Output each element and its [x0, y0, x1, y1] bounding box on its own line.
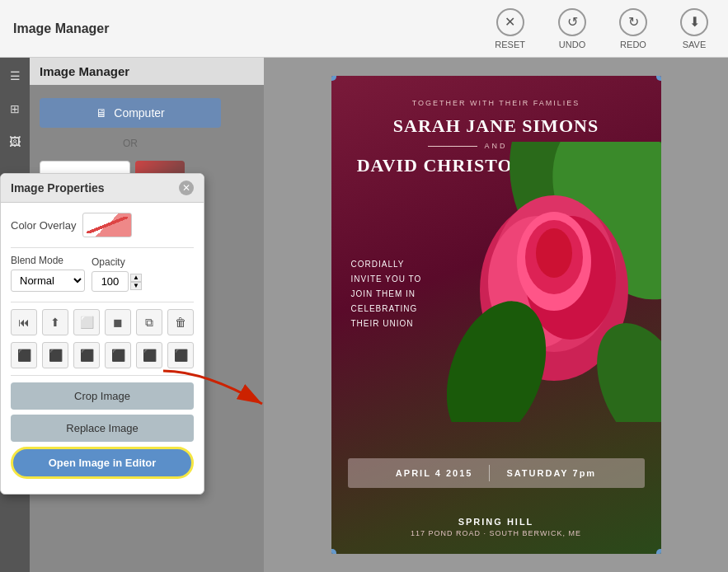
- panel-body: Color Overlay Blend Mode Normal: [1, 203, 204, 494]
- reset-icon: ✕: [496, 8, 524, 36]
- skip-to-start-button[interactable]: ⏮: [11, 309, 37, 335]
- card-date-bar: APRIL 4 2015 SATURDAY 7pm: [348, 458, 645, 488]
- align-left-button[interactable]: ⬛: [11, 342, 37, 368]
- save-button[interactable]: ⬇ SAVE: [674, 5, 715, 53]
- card-name1: SARAH JANE SIMONS: [393, 115, 599, 137]
- monitor-icon: 🖥: [96, 106, 107, 120]
- sidebar: ☰ ⊞ 🖼 Image Manager 🖥 Computer OR f Imag…: [0, 58, 264, 572]
- color-overlay-label: Color Overlay: [11, 219, 76, 232]
- opacity-label: Opacity: [92, 256, 142, 268]
- color-overlay-swatch[interactable]: [82, 213, 132, 237]
- wedding-card: TOGETHER WITH THEIR FAMILIES SARAH JANE …: [331, 76, 661, 554]
- align-right-icon: ⬛: [80, 349, 94, 362]
- corner-handle-bl[interactable]: [331, 549, 336, 554]
- opacity-spinner: ▲ ▼: [130, 274, 142, 290]
- align-center-v-button[interactable]: ⬛: [136, 342, 162, 368]
- duplicate-button[interactable]: ⧉: [136, 309, 162, 335]
- panel-header: Image Properties ✕: [1, 174, 204, 203]
- card-date: APRIL 4 2015: [396, 468, 473, 478]
- panel-title: Image Properties: [11, 181, 105, 195]
- reset-button[interactable]: ✕ RESET: [488, 5, 532, 53]
- blend-mode-select[interactable]: Normal: [11, 270, 85, 292]
- align-center-v-icon: ⬛: [143, 349, 157, 362]
- sidebar-title: Image Manager: [30, 58, 264, 85]
- blend-mode-group: Blend Mode Normal: [11, 255, 85, 292]
- align-top2-button[interactable]: ⬛: [105, 342, 131, 368]
- trash-icon: 🗑: [175, 316, 186, 329]
- panels-icon[interactable]: ⊞: [3, 97, 26, 120]
- opacity-up-button[interactable]: ▲: [130, 274, 142, 282]
- top-toolbar: Image Manager ✕ RESET ↺ UNDO ↻ REDO ⬇ SA…: [0, 0, 728, 58]
- main-content: ☰ ⊞ 🖼 Image Manager 🖥 Computer OR f Imag…: [0, 58, 728, 572]
- svg-point-9: [536, 228, 572, 278]
- divider2: [11, 302, 194, 302]
- corner-handle-br[interactable]: [656, 549, 661, 554]
- layers-icon: ◼: [113, 316, 123, 329]
- align-bottom-button[interactable]: ⬛: [167, 342, 194, 368]
- align-center-h-icon: ⬛: [49, 349, 63, 362]
- align-top2-icon: ⬛: [111, 349, 125, 362]
- panel-close-button[interactable]: ✕: [179, 181, 194, 195]
- opacity-input[interactable]: [92, 271, 129, 292]
- redo-icon: ↻: [619, 8, 647, 36]
- date-divider: [489, 465, 490, 481]
- crop-button[interactable]: ⬜: [73, 309, 100, 335]
- align-top-icon: ⬆: [50, 316, 60, 329]
- align-top-button[interactable]: ⬆: [42, 309, 68, 335]
- or-divider: OR: [40, 138, 221, 149]
- swatch-line: [87, 217, 128, 233]
- image-icon[interactable]: 🖼: [3, 130, 26, 153]
- card-day: SATURDAY 7pm: [506, 468, 596, 478]
- card-venue: SPRING HILL: [331, 517, 661, 527]
- delete-button[interactable]: 🗑: [167, 309, 194, 335]
- card-address: 117 POND ROAD · SOUTH BERWICK, ME: [331, 529, 661, 537]
- card-body-text: CORDIALLY INVITE YOU TO JOIN THEM IN CEL…: [351, 257, 467, 331]
- card-footer: SPRING HILL 117 POND ROAD · SOUTH BERWIC…: [331, 517, 661, 537]
- color-overlay-row: Color Overlay: [11, 213, 194, 237]
- corner-handle-tl[interactable]: [331, 76, 336, 81]
- layers-button[interactable]: ◼: [105, 309, 131, 335]
- crop-image-button[interactable]: Crop Image: [11, 382, 194, 410]
- align-left-icon: ⬛: [17, 349, 31, 362]
- upload-computer-button[interactable]: 🖥 Computer: [40, 98, 221, 128]
- align-bottom-icon: ⬛: [174, 349, 188, 362]
- skip-start-icon: ⏮: [18, 316, 30, 329]
- align-center-h-button[interactable]: ⬛: [42, 342, 68, 368]
- crop-icon: ⬜: [80, 316, 94, 329]
- save-icon: ⬇: [680, 8, 708, 36]
- image-properties-panel: Image Properties ✕ Color Overlay Blend M…: [0, 173, 204, 495]
- align-right-button[interactable]: ⬛: [73, 342, 100, 368]
- opacity-down-button[interactable]: ▼: [130, 282, 142, 290]
- undo-button[interactable]: ↺ UNDO: [552, 5, 593, 53]
- canvas-area: TOGETHER WITH THEIR FAMILIES SARAH JANE …: [264, 58, 728, 572]
- hamburger-icon[interactable]: ☰: [3, 64, 26, 87]
- card-top-text: TOGETHER WITH THEIR FAMILIES: [412, 99, 580, 107]
- replace-image-button[interactable]: Replace Image: [11, 415, 194, 442]
- blend-mode-label: Blend Mode: [11, 255, 85, 266]
- redo-button[interactable]: ↻ REDO: [613, 5, 654, 53]
- duplicate-icon: ⧉: [145, 316, 153, 330]
- corner-handle-tr[interactable]: [656, 76, 661, 81]
- icon-row-1: ⏮ ⬆ ⬜ ◼ ⧉ 🗑: [11, 309, 194, 335]
- divider3: [11, 375, 194, 376]
- divider1: [11, 247, 194, 248]
- undo-icon: ↺: [558, 8, 586, 36]
- open-in-editor-button[interactable]: Open Image in Editor: [11, 447, 194, 479]
- toolbar-actions: ✕ RESET ↺ UNDO ↻ REDO ⬇ SAVE: [488, 5, 715, 53]
- icon-row-2: ⬛ ⬛ ⬛ ⬛ ⬛ ⬛: [11, 342, 194, 368]
- app-title: Image Manager: [13, 21, 488, 36]
- opacity-group: Opacity ▲ ▼: [92, 256, 142, 292]
- rose-decoration: [447, 142, 661, 422]
